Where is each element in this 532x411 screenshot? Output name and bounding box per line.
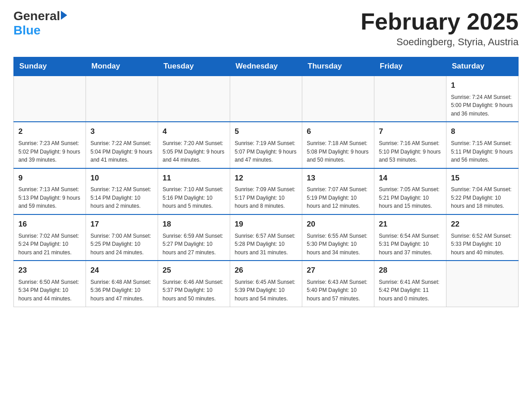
- weekday-header-friday: Friday: [374, 57, 446, 76]
- calendar-cell: [86, 76, 158, 122]
- weekday-header-sunday: Sunday: [14, 57, 86, 76]
- calendar-cell: 28Sunrise: 6:41 AM Sunset: 5:42 PM Dayli…: [374, 261, 446, 307]
- day-number: 19: [235, 218, 297, 230]
- calendar-cell: 26Sunrise: 6:45 AM Sunset: 5:39 PM Dayli…: [230, 261, 302, 307]
- day-info: Sunrise: 6:55 AM Sunset: 5:30 PM Dayligh…: [307, 232, 369, 257]
- day-number: 1: [451, 80, 514, 91]
- calendar-cell: [374, 76, 446, 122]
- day-info: Sunrise: 7:12 AM Sunset: 5:14 PM Dayligh…: [90, 185, 153, 210]
- calendar-cell: 4Sunrise: 7:20 AM Sunset: 5:05 PM Daylig…: [158, 122, 230, 168]
- day-info: Sunrise: 6:45 AM Sunset: 5:39 PM Dayligh…: [235, 278, 297, 303]
- day-info: Sunrise: 6:41 AM Sunset: 5:42 PM Dayligh…: [379, 278, 442, 303]
- calendar-cell: 18Sunrise: 6:59 AM Sunset: 5:27 PM Dayli…: [158, 214, 230, 261]
- weekday-header-monday: Monday: [86, 57, 158, 76]
- calendar-cell: 10Sunrise: 7:12 AM Sunset: 5:14 PM Dayli…: [86, 168, 158, 214]
- location: Soedingberg, Styria, Austria: [360, 36, 519, 48]
- day-number: 6: [307, 126, 369, 137]
- day-number: 3: [90, 126, 153, 137]
- day-info: Sunrise: 7:20 AM Sunset: 5:05 PM Dayligh…: [163, 139, 225, 164]
- calendar-table: SundayMondayTuesdayWednesdayThursdayFrid…: [13, 57, 519, 307]
- day-number: 24: [90, 265, 153, 276]
- month-title: February 2025: [360, 9, 519, 34]
- calendar-cell: 5Sunrise: 7:19 AM Sunset: 5:07 PM Daylig…: [230, 122, 302, 168]
- day-info: Sunrise: 7:16 AM Sunset: 5:10 PM Dayligh…: [379, 139, 442, 164]
- calendar-cell: 9Sunrise: 7:13 AM Sunset: 5:13 PM Daylig…: [14, 168, 86, 214]
- calendar-cell: 24Sunrise: 6:48 AM Sunset: 5:36 PM Dayli…: [86, 261, 158, 307]
- weekday-header-wednesday: Wednesday: [230, 57, 302, 76]
- calendar-cell: 21Sunrise: 6:54 AM Sunset: 5:31 PM Dayli…: [374, 214, 446, 261]
- day-number: 16: [18, 218, 81, 230]
- calendar-week-3: 9Sunrise: 7:13 AM Sunset: 5:13 PM Daylig…: [14, 168, 519, 214]
- day-number: 7: [379, 126, 442, 137]
- calendar-cell: [14, 76, 86, 122]
- day-number: 14: [379, 172, 442, 184]
- calendar-cell: 25Sunrise: 6:46 AM Sunset: 5:37 PM Dayli…: [158, 261, 230, 307]
- calendar-cell: 6Sunrise: 7:18 AM Sunset: 5:08 PM Daylig…: [302, 122, 374, 168]
- calendar-cell: [446, 261, 519, 307]
- day-info: Sunrise: 6:54 AM Sunset: 5:31 PM Dayligh…: [379, 232, 442, 257]
- calendar-cell: 16Sunrise: 7:02 AM Sunset: 5:24 PM Dayli…: [14, 214, 86, 261]
- calendar-cell: 17Sunrise: 7:00 AM Sunset: 5:25 PM Dayli…: [86, 214, 158, 261]
- logo: General Blue: [13, 9, 67, 38]
- weekday-header-saturday: Saturday: [446, 57, 519, 76]
- title-section: February 2025 Soedingberg, Styria, Austr…: [360, 9, 519, 48]
- day-info: Sunrise: 7:23 AM Sunset: 5:02 PM Dayligh…: [18, 139, 81, 164]
- day-info: Sunrise: 7:22 AM Sunset: 5:04 PM Dayligh…: [90, 139, 153, 164]
- calendar-cell: 23Sunrise: 6:50 AM Sunset: 5:34 PM Dayli…: [14, 261, 86, 307]
- day-info: Sunrise: 7:15 AM Sunset: 5:11 PM Dayligh…: [451, 139, 514, 164]
- calendar-cell: [302, 76, 374, 122]
- day-info: Sunrise: 6:46 AM Sunset: 5:37 PM Dayligh…: [163, 278, 225, 303]
- day-number: 23: [18, 265, 81, 276]
- day-info: Sunrise: 6:50 AM Sunset: 5:34 PM Dayligh…: [18, 278, 81, 303]
- day-number: 18: [163, 218, 225, 230]
- day-info: Sunrise: 7:18 AM Sunset: 5:08 PM Dayligh…: [307, 139, 369, 164]
- day-number: 4: [163, 126, 225, 137]
- day-info: Sunrise: 6:59 AM Sunset: 5:27 PM Dayligh…: [163, 232, 225, 257]
- day-number: 26: [235, 265, 297, 276]
- day-number: 11: [163, 172, 225, 184]
- day-info: Sunrise: 7:10 AM Sunset: 5:16 PM Dayligh…: [163, 185, 225, 210]
- day-number: 9: [18, 172, 81, 184]
- day-number: 22: [451, 218, 514, 230]
- day-number: 25: [163, 265, 225, 276]
- calendar-cell: 27Sunrise: 6:43 AM Sunset: 5:40 PM Dayli…: [302, 261, 374, 307]
- day-info: Sunrise: 7:07 AM Sunset: 5:19 PM Dayligh…: [307, 185, 369, 210]
- calendar-cell: [230, 76, 302, 122]
- day-info: Sunrise: 6:43 AM Sunset: 5:40 PM Dayligh…: [307, 278, 369, 303]
- calendar-week-1: 1Sunrise: 7:24 AM Sunset: 5:00 PM Daylig…: [14, 76, 519, 122]
- day-number: 21: [379, 218, 442, 230]
- calendar-cell: 11Sunrise: 7:10 AM Sunset: 5:16 PM Dayli…: [158, 168, 230, 214]
- day-number: 8: [451, 126, 514, 137]
- day-info: Sunrise: 7:02 AM Sunset: 5:24 PM Dayligh…: [18, 232, 81, 257]
- day-number: 15: [451, 172, 514, 184]
- calendar-cell: 13Sunrise: 7:07 AM Sunset: 5:19 PM Dayli…: [302, 168, 374, 214]
- day-number: 5: [235, 126, 297, 137]
- calendar-header-row: SundayMondayTuesdayWednesdayThursdayFrid…: [14, 57, 519, 76]
- calendar-cell: 12Sunrise: 7:09 AM Sunset: 5:17 PM Dayli…: [230, 168, 302, 214]
- logo-blue: Blue: [13, 23, 67, 38]
- day-info: Sunrise: 7:09 AM Sunset: 5:17 PM Dayligh…: [235, 185, 297, 210]
- calendar-cell: 20Sunrise: 6:55 AM Sunset: 5:30 PM Dayli…: [302, 214, 374, 261]
- calendar-cell: [158, 76, 230, 122]
- calendar-cell: 1Sunrise: 7:24 AM Sunset: 5:00 PM Daylig…: [446, 76, 519, 122]
- calendar-week-4: 16Sunrise: 7:02 AM Sunset: 5:24 PM Dayli…: [14, 214, 519, 261]
- page-header: General Blue February 2025 Soedingberg, …: [13, 9, 519, 48]
- calendar-week-5: 23Sunrise: 6:50 AM Sunset: 5:34 PM Dayli…: [14, 261, 519, 307]
- day-number: 20: [307, 218, 369, 230]
- day-info: Sunrise: 7:24 AM Sunset: 5:00 PM Dayligh…: [451, 93, 514, 118]
- calendar-cell: 22Sunrise: 6:52 AM Sunset: 5:33 PM Dayli…: [446, 214, 519, 261]
- day-number: 2: [18, 126, 81, 137]
- weekday-header-thursday: Thursday: [302, 57, 374, 76]
- calendar-cell: 8Sunrise: 7:15 AM Sunset: 5:11 PM Daylig…: [446, 122, 519, 168]
- calendar-week-2: 2Sunrise: 7:23 AM Sunset: 5:02 PM Daylig…: [14, 122, 519, 168]
- day-info: Sunrise: 6:52 AM Sunset: 5:33 PM Dayligh…: [451, 232, 514, 257]
- day-number: 12: [235, 172, 297, 184]
- calendar-cell: 19Sunrise: 6:57 AM Sunset: 5:28 PM Dayli…: [230, 214, 302, 261]
- day-info: Sunrise: 7:05 AM Sunset: 5:21 PM Dayligh…: [379, 185, 442, 210]
- calendar-cell: 15Sunrise: 7:04 AM Sunset: 5:22 PM Dayli…: [446, 168, 519, 214]
- day-number: 17: [90, 218, 153, 230]
- day-number: 10: [90, 172, 153, 184]
- day-info: Sunrise: 6:48 AM Sunset: 5:36 PM Dayligh…: [90, 278, 153, 303]
- calendar-cell: 3Sunrise: 7:22 AM Sunset: 5:04 PM Daylig…: [86, 122, 158, 168]
- calendar-cell: 2Sunrise: 7:23 AM Sunset: 5:02 PM Daylig…: [14, 122, 86, 168]
